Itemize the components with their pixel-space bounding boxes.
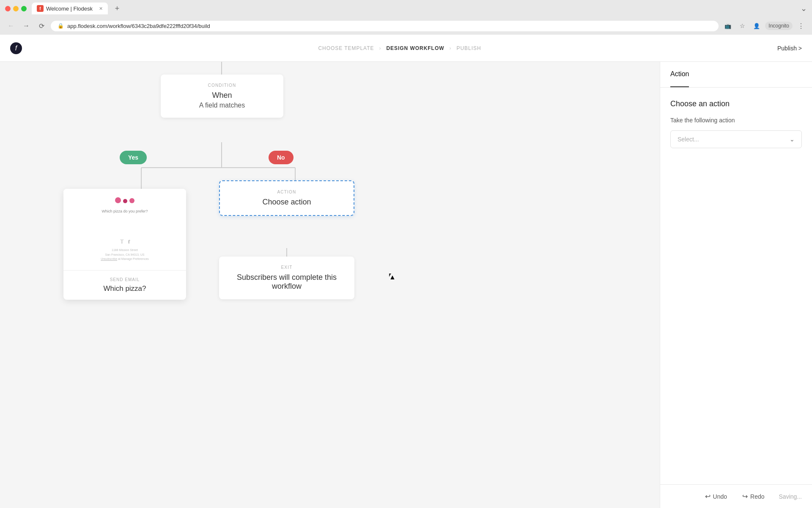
select-placeholder: Select... [678,136,699,143]
forward-button[interactable]: → [20,20,32,32]
close-button[interactable] [5,6,11,11]
undo-icon: ↩ [705,492,710,500]
panel-tabs: Action [670,62,802,87]
top-navigation: f CHOOSE TEMPLATE › DESIGN WORKFLOW › PU… [0,35,812,62]
redo-icon: ↪ [742,492,748,500]
yes-branch-button[interactable]: Yes [120,151,147,164]
refresh-button[interactable]: ⟳ [36,20,47,32]
profile-icon[interactable]: 👤 [751,20,763,32]
email-card-title: Which pizza? [70,284,179,293]
address-text: app.flodesk.com/workflow/6343c2ba9dfe222… [67,23,210,29]
action-select-dropdown[interactable]: Select... ⌄ [670,130,802,148]
redo-label: Redo [750,493,764,500]
maximize-button[interactable] [21,6,27,11]
no-branch-button[interactable]: No [269,151,294,164]
email-dot-2 [123,199,127,203]
email-preview: Which pizza do you prefer? 𝕋 𝐟 1188 Miss… [63,189,186,270]
email-card-footer: SEND EMAIL Which pizza? [63,270,186,300]
exit-node[interactable]: EXIT Subscribers will complete this work… [219,257,354,299]
bottom-bar: ↩ Undo ↪ Redo Saving... [660,484,812,508]
incognito-badge: Incognito [765,22,793,30]
email-address-block: 1188 Mission StreetSan Francisco, CA 940… [101,248,149,262]
exit-node-title: Subscribers will complete this workflow [229,273,344,291]
action-node-title: Choose action [230,198,343,207]
email-dot-1 [115,197,121,203]
minimize-button[interactable] [13,6,19,11]
breadcrumb-design-workflow[interactable]: DESIGN WORKFLOW [386,45,444,51]
app: f CHOOSE TEMPLATE › DESIGN WORKFLOW › PU… [0,35,812,508]
incognito-label: Incognito [768,23,789,29]
address-bar[interactable]: 🔒 app.flodesk.com/workflow/6343c2ba9dfe2… [51,21,719,31]
condition-node[interactable]: CONDITION When A field matches [161,75,283,118]
browser-navbar: ← → ⟳ 🔒 app.flodesk.com/workflow/6343c2b… [0,17,812,35]
condition-node-title: When [171,91,273,100]
chevron-down-icon: ⌄ [790,136,795,143]
new-tab-button[interactable]: + [111,3,123,14]
undo-button[interactable]: ↩ Undo [701,490,731,503]
breadcrumb-arrow-1: › [379,45,381,51]
exit-node-label: EXIT [229,265,344,270]
tab-title: Welcome | Flodesk [46,6,93,12]
email-social-icons: 𝕋 𝐟 [120,239,130,245]
condition-node-subtitle: A field matches [171,102,273,109]
saving-status: Saving... [779,493,802,500]
lock-icon: 🔒 [58,23,64,29]
browser-menu-icon[interactable]: ⌄ [801,4,807,13]
panel-tab-action[interactable]: Action [670,62,689,87]
panel-field-label: Take the following action [670,117,802,124]
twitter-icon: 𝕋 [120,239,124,245]
app-logo[interactable]: f [10,42,22,54]
browser-menu-button[interactable]: ⋮ [795,20,807,32]
panel-header: Action [660,62,812,88]
email-card-label: SEND EMAIL [70,277,179,282]
bookmark-icon[interactable]: ☆ [736,20,748,32]
email-question-text: Which pizza do you prefer? [102,209,148,213]
action-node-label: ACTION [230,190,343,194]
mouse-cursor: ▲ [389,273,394,281]
breadcrumb-publish[interactable]: PUBLISH [456,45,481,51]
browser-chrome: f Welcome | Flodesk ✕ + ⌄ ← → ⟳ 🔒 app.fl… [0,0,812,35]
email-card-node[interactable]: Which pizza do you prefer? 𝕋 𝐟 1188 Miss… [63,189,186,300]
browser-tab[interactable]: f Welcome | Flodesk ✕ [32,3,108,14]
panel-body: Choose an action Take the following acti… [660,88,812,484]
redo-button[interactable]: ↪ Redo [738,490,768,503]
main-content: CONDITION When A field matches Yes No AC… [0,62,812,508]
browser-nav-actions: 📺 ☆ 👤 Incognito ⋮ [722,20,807,32]
breadcrumb-arrow-2: › [449,45,451,51]
breadcrumb: CHOOSE TEMPLATE › DESIGN WORKFLOW › PUBL… [318,45,481,51]
email-dot-3 [129,198,134,203]
cast-icon[interactable]: 📺 [722,20,734,32]
panel-section-title: Choose an action [670,99,802,108]
action-node[interactable]: ACTION Choose action [219,180,354,216]
facebook-icon: 𝐟 [128,239,130,245]
back-button[interactable]: ← [5,20,17,32]
logo-letter: f [15,44,17,52]
tab-favicon: f [37,5,44,12]
undo-label: Undo [713,493,727,500]
window-controls [5,6,27,11]
right-panel: Action Choose an action Take the followi… [660,62,812,508]
publish-button[interactable]: Publish > [777,45,802,52]
browser-titlebar: f Welcome | Flodesk ✕ + ⌄ [0,0,812,17]
workflow-canvas[interactable]: CONDITION When A field matches Yes No AC… [0,62,660,508]
tab-close-icon[interactable]: ✕ [99,6,103,11]
breadcrumb-choose-template[interactable]: CHOOSE TEMPLATE [318,45,374,51]
condition-node-label: CONDITION [171,83,273,88]
